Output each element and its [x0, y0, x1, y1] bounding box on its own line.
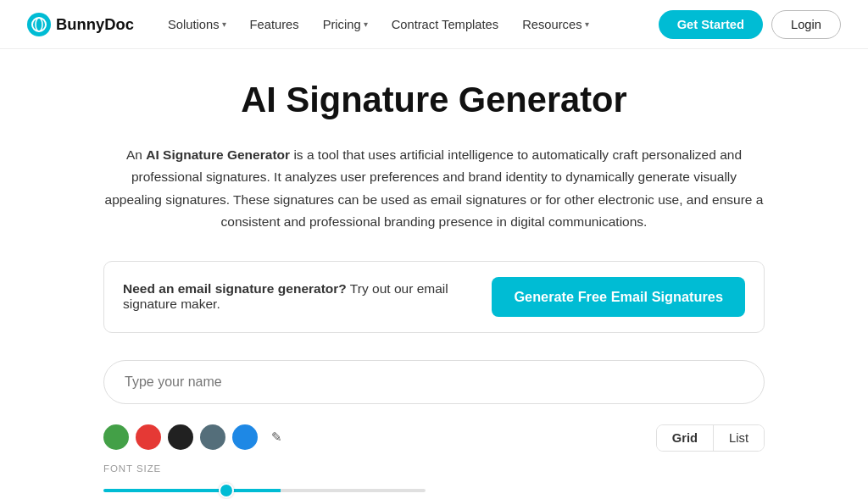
main-content: AI Signature Generator An AI Signature G…	[86, 49, 782, 499]
nav-actions: Get Started Login	[659, 10, 841, 39]
name-input-wrap	[103, 360, 765, 404]
chevron-down-icon: ▾	[585, 19, 589, 29]
controls-row: ✎ FONT SIZE Font Weight Grid List	[103, 424, 765, 500]
cta-text-bold: Need an email signature generator?	[123, 281, 347, 296]
nav-solutions[interactable]: Solutions ▾	[158, 13, 236, 36]
get-started-button[interactable]: Get Started	[659, 10, 763, 39]
cta-text: Need an email signature generator? Try o…	[123, 281, 478, 312]
color-swatches: ✎	[103, 424, 426, 450]
nav-features[interactable]: Features	[240, 13, 309, 36]
generate-email-signatures-button[interactable]: Generate Free Email Signatures	[492, 277, 745, 317]
font-size-slider-wrap	[103, 480, 426, 496]
navbar: BunnyDoc Solutions ▾ Features Pricing ▾ …	[0, 0, 868, 49]
color-swatch-green[interactable]	[103, 424, 129, 450]
page-title: AI Signature Generator	[103, 80, 765, 120]
color-swatch-blue[interactable]	[232, 424, 258, 450]
logo[interactable]: BunnyDoc	[27, 13, 134, 36]
font-size-label: FONT SIZE	[103, 463, 426, 474]
chevron-down-icon: ▾	[364, 19, 368, 29]
nav-pricing[interactable]: Pricing ▾	[313, 13, 378, 36]
desc-prefix: An	[126, 147, 146, 162]
color-section: ✎ FONT SIZE Font Weight	[103, 424, 426, 500]
cta-banner: Need an email signature generator? Try o…	[103, 261, 765, 333]
view-toggle: Grid List	[656, 424, 765, 452]
color-swatch-red[interactable]	[136, 424, 161, 450]
chevron-down-icon: ▾	[222, 19, 226, 29]
hero-description: An AI Signature Generator is a tool that…	[103, 144, 765, 234]
font-size-slider[interactable]	[103, 489, 426, 492]
color-swatch-slate[interactable]	[200, 424, 225, 450]
name-input[interactable]	[103, 360, 765, 404]
nav-links: Solutions ▾ Features Pricing ▾ Contract …	[158, 13, 659, 36]
desc-bold: AI Signature Generator	[146, 147, 290, 162]
grid-view-button[interactable]: Grid	[657, 425, 714, 451]
logo-text: BunnyDoc	[56, 15, 134, 34]
nav-resources[interactable]: Resources ▾	[512, 13, 598, 36]
pen-icon[interactable]: ✎	[264, 425, 288, 449]
svg-point-1	[36, 18, 42, 31]
color-swatch-black[interactable]	[168, 424, 193, 450]
list-view-button[interactable]: List	[714, 425, 764, 451]
logo-icon	[27, 13, 51, 36]
nav-contract-templates[interactable]: Contract Templates	[381, 13, 509, 36]
login-button[interactable]: Login	[771, 10, 841, 39]
svg-point-0	[32, 18, 46, 31]
